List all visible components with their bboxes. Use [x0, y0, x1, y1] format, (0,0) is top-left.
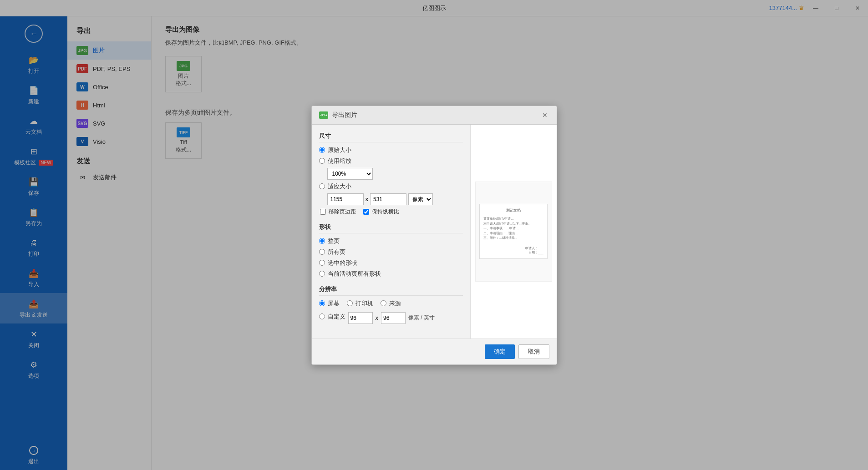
preview-document: 测记文档 某某单位/部门/申请… 本申请人/部门申请...以下...理由... …: [479, 204, 548, 259]
full-page-radio[interactable]: [319, 238, 325, 244]
fit-width-input[interactable]: [327, 193, 364, 205]
source-label: 来源: [389, 299, 401, 308]
resolution-section-header: 分辨率: [319, 285, 463, 296]
fit-unit-select[interactable]: 像素 英寸: [408, 193, 433, 205]
source-resolution-radio[interactable]: [381, 300, 386, 306]
modal-overlay: JPG 导出图片 ✕ 尺寸 原始大小 使用缩放: [0, 0, 868, 470]
resolution-options-row: 屏幕 打印机 来源: [319, 299, 463, 310]
custom-res-x-separator: x: [376, 314, 379, 321]
export-image-modal: JPG 导出图片 ✕ 尺寸 原始大小 使用缩放: [311, 106, 557, 365]
selected-shapes-option[interactable]: 选中的形状: [319, 259, 463, 267]
cancel-button[interactable]: 取消: [518, 344, 549, 359]
remove-margin-label: 移除页边距: [329, 208, 356, 216]
fit-size-radio[interactable]: [319, 183, 325, 189]
confirm-button[interactable]: 确定: [485, 344, 515, 359]
original-size-option[interactable]: 原始大小: [319, 146, 463, 154]
shape-section-header: 形状: [319, 223, 463, 233]
fit-size-option[interactable]: 适应大小: [319, 182, 463, 191]
all-pages-option[interactable]: 所有页: [319, 248, 463, 256]
modal-right-panel: 测记文档 某某单位/部门/申请… 本申请人/部门申请...以下...理由... …: [470, 125, 557, 339]
remove-margin-option[interactable]: 移除页边距: [320, 208, 356, 216]
scale-select[interactable]: 100% 50% 200%: [327, 168, 373, 180]
fit-size-inputs: x 像素 英寸: [319, 193, 463, 205]
size-section: 尺寸 原始大小 使用缩放 100% 50% 200%: [319, 132, 463, 216]
screen-resolution-option[interactable]: 屏幕: [319, 299, 340, 308]
scale-label: 使用缩放: [328, 157, 351, 165]
custom-resolution-option[interactable]: 自定义: [319, 313, 345, 321]
keep-ratio-checkbox[interactable]: [363, 209, 369, 215]
modal-body: 尺寸 原始大小 使用缩放 100% 50% 200%: [312, 125, 557, 339]
modal-left-panel: 尺寸 原始大小 使用缩放 100% 50% 200%: [312, 125, 470, 339]
custom-res-y-input[interactable]: [381, 312, 406, 324]
resolution-section: 分辨率 屏幕 打印机 来源: [319, 285, 463, 324]
original-size-label: 原始大小: [328, 146, 351, 154]
extra-checkboxes: 移除页边距 保持纵横比: [319, 208, 463, 216]
scale-input-row: 100% 50% 200%: [319, 168, 463, 180]
active-shapes-radio[interactable]: [319, 271, 325, 277]
screen-label: 屏幕: [328, 299, 340, 308]
printer-resolution-option[interactable]: 打印机: [347, 299, 373, 308]
fit-size-label: 适应大小: [328, 182, 351, 191]
active-shapes-option[interactable]: 当前活动页所有形状: [319, 270, 463, 278]
fit-height-input[interactable]: [370, 193, 406, 205]
keep-ratio-option[interactable]: 保持纵横比: [363, 208, 399, 216]
scale-radio[interactable]: [319, 158, 325, 164]
modal-header: JPG 导出图片 ✕: [312, 106, 557, 125]
resolution-unit-label: 像素 / 英寸: [408, 314, 435, 322]
printer-resolution-radio[interactable]: [347, 300, 353, 306]
modal-close-button[interactable]: ✕: [540, 111, 549, 120]
selected-shapes-label: 选中的形状: [328, 259, 357, 267]
custom-res-x-input[interactable]: [348, 312, 373, 324]
preview-area: 测记文档 某某单位/部门/申请… 本申请人/部门申请...以下...理由... …: [475, 182, 552, 282]
custom-resolution-radio[interactable]: [319, 313, 325, 319]
full-page-option[interactable]: 整页: [319, 237, 463, 245]
selected-shapes-radio[interactable]: [319, 260, 325, 266]
full-page-label: 整页: [328, 237, 340, 245]
modal-footer: 确定 取消: [312, 339, 557, 364]
keep-ratio-label: 保持纵横比: [372, 208, 399, 216]
source-resolution-option[interactable]: 来源: [381, 299, 401, 308]
all-pages-radio[interactable]: [319, 249, 325, 255]
size-x-separator: x: [365, 196, 369, 202]
all-pages-label: 所有页: [328, 248, 345, 256]
original-size-radio[interactable]: [319, 147, 325, 153]
modal-title-row: JPG 导出图片: [319, 111, 357, 119]
scale-option[interactable]: 使用缩放: [319, 157, 463, 165]
modal-title: 导出图片: [332, 111, 357, 119]
remove-margin-checkbox[interactable]: [320, 209, 326, 215]
modal-jpg-icon: JPG: [319, 111, 328, 119]
custom-label: 自定义: [328, 313, 345, 321]
custom-resolution-row: 自定义 x 像素 / 英寸: [319, 312, 463, 324]
shape-section: 形状 整页 所有页 选中的形状 当前活动页所有: [319, 223, 463, 278]
active-shapes-label: 当前活动页所有形状: [328, 270, 381, 278]
size-section-header: 尺寸: [319, 132, 463, 142]
printer-label: 打印机: [355, 299, 373, 308]
screen-resolution-radio[interactable]: [319, 300, 325, 306]
